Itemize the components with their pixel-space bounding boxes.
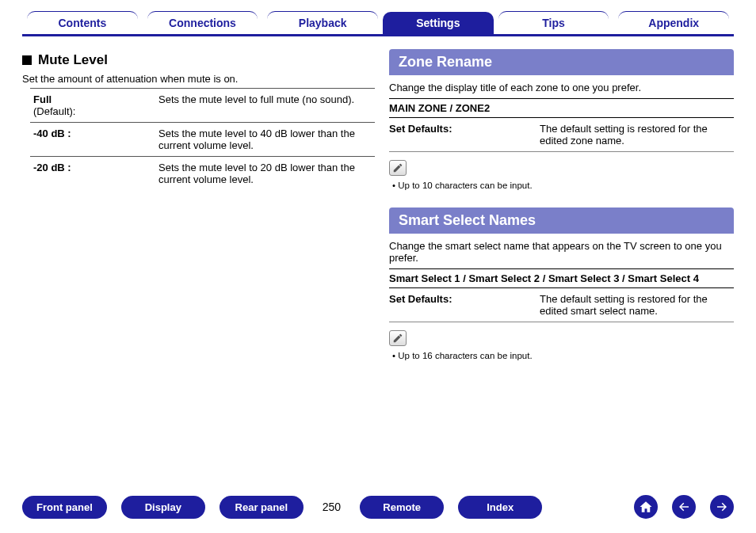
smart-select-desc: Change the smart select name that appear… — [389, 240, 734, 264]
table-row: -40 dB : Sets the mute level to 40 dB lo… — [30, 123, 375, 157]
set-defaults-label: Set Defaults: — [389, 293, 532, 317]
opt-val: Sets the mute level to full mute (no sou… — [155, 89, 375, 123]
tab-contents[interactable]: Contents — [27, 11, 138, 34]
tab-settings[interactable]: Settings — [383, 12, 494, 34]
prev-page-icon[interactable] — [672, 495, 696, 519]
opt-key: -20 dB : — [30, 157, 155, 191]
remote-button[interactable]: Remote — [360, 496, 444, 519]
tab-playback[interactable]: Playback — [267, 11, 378, 34]
section-heading-smart-select: Smart Select Names — [389, 207, 734, 234]
zone-rename-note: Up to 10 characters can be input. — [392, 181, 734, 190]
table-row: Full(Default): Sets the mute level to fu… — [30, 89, 375, 123]
zone-rename-subheader: MAIN ZONE / ZONE2 — [389, 98, 734, 118]
table-row: -20 dB : Sets the mute level to 20 dB lo… — [30, 157, 375, 191]
page-number: 250 — [318, 501, 346, 513]
set-defaults-value: The default setting is restored for the … — [540, 123, 734, 147]
zone-rename-desc: Change the display title of each zone to… — [389, 82, 734, 93]
rear-panel-button[interactable]: Rear panel — [220, 496, 304, 519]
section-heading-mute-level: Mute Level — [22, 52, 367, 68]
top-nav-tabs: Contents Connections Playback Settings T… — [22, 8, 734, 36]
opt-key: Full — [33, 93, 52, 105]
home-icon[interactable] — [634, 495, 658, 519]
pencil-icon — [389, 330, 407, 346]
right-column: Zone Rename Change the display title of … — [389, 49, 734, 469]
set-defaults-value: The default setting is restored for the … — [540, 293, 734, 317]
mute-level-table: Full(Default): Sets the mute level to fu… — [30, 88, 375, 190]
smart-select-note: Up to 16 characters can be input. — [392, 351, 734, 360]
opt-val: Sets the mute level to 20 dB lower than … — [155, 157, 375, 191]
footer-nav: Front panel Display Rear panel 250 Remot… — [22, 495, 734, 519]
left-column: Mute Level Set the amount of attenuation… — [22, 49, 367, 469]
tab-appendix[interactable]: Appendix — [618, 11, 729, 34]
square-bullet-icon — [22, 55, 32, 65]
zone-rename-row: Set Defaults: The default setting is res… — [389, 118, 734, 152]
tab-tips[interactable]: Tips — [498, 11, 609, 34]
next-page-icon[interactable] — [710, 495, 734, 519]
front-panel-button[interactable]: Front panel — [22, 496, 107, 519]
tab-connections[interactable]: Connections — [147, 11, 258, 34]
smart-select-row: Set Defaults: The default setting is res… — [389, 288, 734, 322]
section-heading-zone-rename: Zone Rename — [389, 49, 734, 75]
opt-sub: (Default): — [33, 105, 75, 117]
set-defaults-label: Set Defaults: — [389, 123, 532, 147]
opt-key: -40 dB : — [30, 123, 155, 157]
mute-level-title: Mute Level — [38, 52, 108, 68]
pencil-icon — [389, 160, 407, 176]
opt-val: Sets the mute level to 40 dB lower than … — [155, 123, 375, 157]
mute-level-desc: Set the amount of attenuation when mute … — [22, 73, 367, 85]
smart-select-subheader: Smart Select 1 / Smart Select 2 / Smart … — [389, 268, 734, 288]
index-button[interactable]: Index — [458, 496, 542, 519]
display-button[interactable]: Display — [121, 496, 205, 519]
